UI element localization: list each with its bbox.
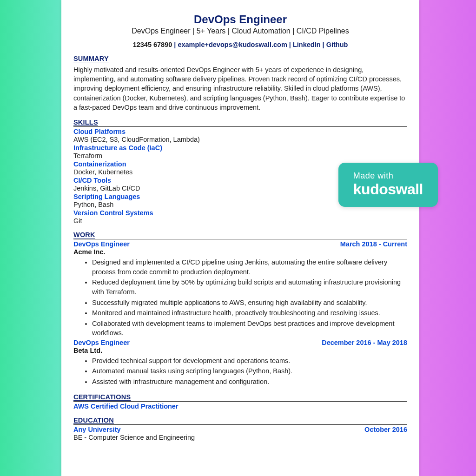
job-bullets: Designed and implemented a CI/CD pipelin… xyxy=(73,258,407,338)
skill-items: AWS (EC2, S3, CloudFormation, Lambda) xyxy=(73,136,407,143)
education-degree: BE - Computer Science and Engineering xyxy=(73,434,407,441)
skill-group: Version Control SystemsGit xyxy=(73,209,407,225)
resume-page: DevOps Engineer DevOps Engineer | 5+ Yea… xyxy=(61,0,419,476)
job-bullets: Provided technical support for developme… xyxy=(73,356,407,387)
job-header: DevOps EngineerDecember 2016 - May 2018 xyxy=(73,339,407,346)
job-bullet: Successfully migrated multiple applicati… xyxy=(92,298,407,308)
badge-prefix: Made with xyxy=(353,171,423,181)
skill-items: Terraform xyxy=(73,152,407,159)
contact-line: 12345 67890 | example+devops@kudoswall.c… xyxy=(73,41,407,48)
made-with-badge[interactable]: Made with kudoswall xyxy=(338,163,438,207)
section-heading-skills: SKILLS xyxy=(73,119,407,127)
certifications-section: CERTIFICATIONS AWS Certified Cloud Pract… xyxy=(73,393,407,410)
summary-section: SUMMARY Highly motivated and results-ori… xyxy=(73,55,407,112)
job-company: Acme Inc. xyxy=(73,248,407,256)
education-date: October 2016 xyxy=(364,426,407,433)
job-bullet: Monitored and maintained infrastructure … xyxy=(92,308,407,318)
job-bullet: Automated manual tasks using scripting l… xyxy=(92,366,407,376)
separator: | xyxy=(172,41,178,48)
separator: | xyxy=(287,41,293,48)
skill-group: Infrastructure as Code (IaC)Terraform xyxy=(73,144,407,159)
separator: | xyxy=(321,41,326,48)
section-heading-summary: SUMMARY xyxy=(73,55,407,63)
job-title: DevOps Engineer xyxy=(73,339,130,346)
tagline: DevOps Engineer | 5+ Years | Cloud Autom… xyxy=(73,26,407,36)
github-link[interactable]: Github xyxy=(326,41,348,48)
summary-text: Highly motivated and results-oriented De… xyxy=(73,65,407,112)
skill-category: Cloud Platforms xyxy=(73,128,407,135)
job-dates: December 2016 - May 2018 xyxy=(322,339,407,346)
education-section: EDUCATION Any University October 2016 BE… xyxy=(73,416,407,441)
section-heading-edu: EDUCATION xyxy=(73,416,407,425)
section-heading-certs: CERTIFICATIONS xyxy=(73,393,407,402)
job-bullet: Reduced deployment time by 50% by optimi… xyxy=(92,278,407,297)
job-dates: March 2018 - Current xyxy=(340,240,407,248)
education-school: Any University xyxy=(73,426,121,433)
job-header: DevOps EngineerMarch 2018 - Current xyxy=(73,240,407,248)
resume-header: DevOps Engineer DevOps Engineer | 5+ Yea… xyxy=(73,13,407,48)
badge-brand: kudoswall xyxy=(353,182,423,198)
job-bullet: Provided technical support for developme… xyxy=(92,356,407,366)
education-row: Any University October 2016 xyxy=(73,426,407,433)
section-heading-work: WORK xyxy=(73,231,407,239)
skill-group: Cloud PlatformsAWS (EC2, S3, CloudFormat… xyxy=(73,128,407,143)
certification-name: AWS Certified Cloud Practitioner xyxy=(73,403,407,410)
job-company: Beta Ltd. xyxy=(73,347,407,354)
email-link[interactable]: example+devops@kudoswall.com xyxy=(178,41,287,48)
job-bullet: Assisted with infrastructure management … xyxy=(92,377,407,387)
skill-category: Version Control Systems xyxy=(73,209,407,217)
work-section: WORK DevOps EngineerMarch 2018 - Current… xyxy=(73,231,407,386)
skill-items: Git xyxy=(73,217,407,225)
linkedin-link[interactable]: LinkedIn xyxy=(293,41,321,48)
phone-number: 12345 67890 xyxy=(133,41,172,48)
skill-category: Infrastructure as Code (IaC) xyxy=(73,144,407,152)
job-bullet: Collaborated with development teams to i… xyxy=(92,319,407,338)
job-title: DevOps Engineer xyxy=(73,240,130,248)
job-bullet: Designed and implemented a CI/CD pipelin… xyxy=(92,258,407,277)
page-title: DevOps Engineer xyxy=(73,13,407,26)
